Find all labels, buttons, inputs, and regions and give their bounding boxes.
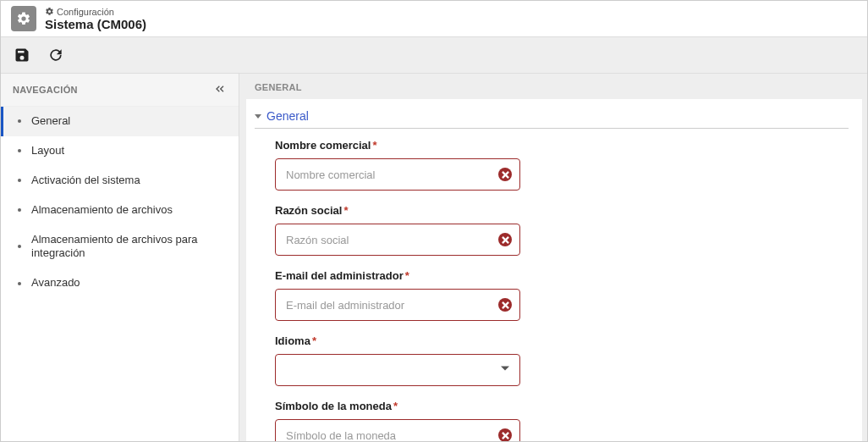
- nav-item-activacion[interactable]: Activación del sistema: [1, 166, 239, 196]
- nav-item-label: Almacenamiento de archivos: [31, 203, 173, 218]
- nav-item-label: Almacenamiento de archivos para integrac…: [31, 233, 227, 262]
- chevrons-left-icon: [213, 82, 227, 96]
- bullet-icon: [18, 119, 21, 123]
- error-icon: [498, 168, 512, 181]
- email-admin-input[interactable]: [275, 289, 520, 321]
- nav-item-label: General: [31, 114, 70, 129]
- idioma-select[interactable]: [275, 354, 520, 386]
- field-label: E-mail del administrador*: [275, 269, 520, 282]
- error-icon: [498, 428, 512, 442]
- required-marker: *: [405, 269, 409, 282]
- field-simbolo-moneda: Símbolo de la moneda*: [275, 400, 520, 442]
- nav-item-label: Avanzado: [31, 276, 80, 290]
- label-text: Idioma: [275, 334, 310, 347]
- error-icon: [498, 233, 512, 246]
- field-label: Razón social*: [275, 204, 520, 217]
- nav-item-general[interactable]: General: [1, 107, 239, 136]
- required-marker: *: [393, 400, 398, 412]
- sidebar-heading: NAVEGACIÓN: [13, 85, 78, 95]
- bullet-icon: [18, 245, 21, 248]
- required-marker: *: [343, 204, 348, 217]
- bullet-icon: [18, 282, 21, 285]
- sidebar-header: NAVEGACIÓN: [1, 74, 239, 107]
- save-button[interactable]: [13, 46, 31, 64]
- nav-item-avanzado[interactable]: Avanzado: [1, 268, 239, 298]
- sidebar: NAVEGACIÓN General Layout Activación del…: [1, 74, 239, 442]
- field-label: Idioma*: [275, 334, 520, 347]
- field-idioma: Idioma*: [275, 334, 520, 386]
- field-nombre-comercial: Nombre comercial*: [275, 139, 520, 191]
- module-icon: [11, 6, 36, 31]
- field-razon-social: Razón social*: [275, 204, 520, 256]
- required-marker: *: [312, 334, 316, 347]
- caret-down-icon: [255, 114, 261, 119]
- field-label: Nombre comercial*: [275, 139, 520, 152]
- error-icon: [498, 298, 512, 312]
- main-heading: GENERAL: [246, 74, 862, 99]
- required-marker: *: [372, 139, 376, 152]
- collapse-sidebar-button[interactable]: [213, 82, 227, 97]
- bullet-icon: [18, 179, 21, 182]
- page-header: Configuración Sistema (CM006): [1, 1, 867, 37]
- nav-list: General Layout Activación del sistema Al…: [1, 107, 239, 298]
- section-toggle[interactable]: General: [255, 106, 849, 129]
- bullet-icon: [18, 149, 21, 152]
- nav-item-label: Layout: [31, 144, 64, 158]
- form-panel: General Nombre comercial* Razón social*: [246, 99, 862, 442]
- nav-item-label: Activación del sistema: [31, 174, 140, 188]
- label-text: Nombre comercial: [275, 139, 371, 152]
- page-title: Sistema (CM006): [45, 17, 146, 31]
- simbolo-moneda-input[interactable]: [275, 419, 520, 442]
- field-email-admin: E-mail del administrador*: [275, 269, 520, 321]
- toolbar: [1, 37, 867, 74]
- save-icon: [14, 47, 30, 64]
- field-label: Símbolo de la moneda*: [275, 400, 520, 412]
- breadcrumb: Configuración: [45, 7, 146, 17]
- main: GENERAL General Nombre comercial* Razón …: [239, 74, 867, 442]
- bullet-icon: [18, 208, 21, 212]
- nav-item-almacenamiento[interactable]: Almacenamiento de archivos: [1, 196, 239, 225]
- refresh-icon: [47, 47, 64, 64]
- nav-item-almacenamiento-integracion[interactable]: Almacenamiento de archivos para integrac…: [1, 225, 239, 269]
- label-text: E-mail del administrador: [275, 269, 404, 282]
- nombre-comercial-input[interactable]: [275, 158, 520, 191]
- breadcrumb-label: Configuración: [57, 7, 114, 17]
- razon-social-input[interactable]: [275, 224, 520, 256]
- gear-icon: [45, 7, 54, 16]
- label-text: Razón social: [275, 204, 342, 217]
- nav-item-layout[interactable]: Layout: [1, 136, 239, 166]
- section-title-label: General: [266, 109, 309, 123]
- refresh-button[interactable]: [47, 46, 65, 64]
- label-text: Símbolo de la moneda: [275, 400, 392, 412]
